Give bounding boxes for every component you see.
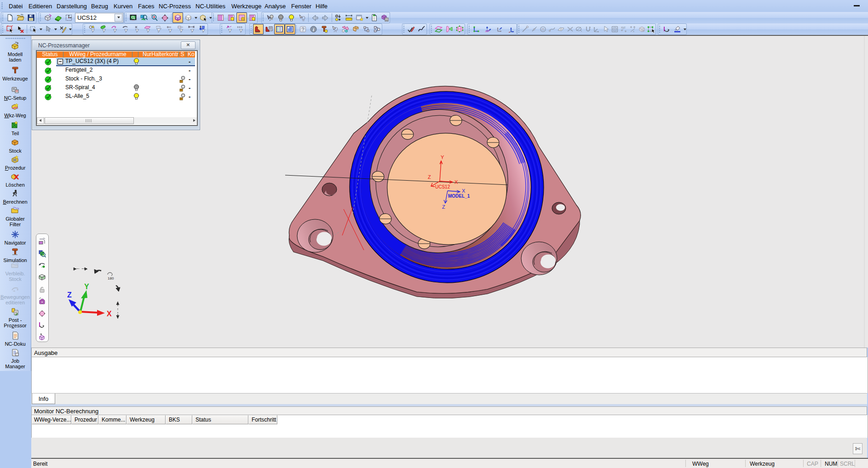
svg-text:MODEL_1: MODEL_1	[448, 194, 470, 199]
svg-text:Z: Z	[428, 174, 431, 180]
svg-text:X: X	[462, 188, 466, 194]
svg-text:X: X	[454, 179, 458, 185]
svg-text:Y: Y	[84, 283, 89, 291]
svg-text:Z: Z	[442, 204, 445, 210]
svg-text:180: 180	[108, 276, 114, 280]
svg-text:UCS12: UCS12	[435, 184, 450, 189]
svg-text:Y: Y	[441, 154, 444, 160]
svg-text:Z: Z	[67, 291, 72, 299]
svg-text:X: X	[107, 310, 112, 318]
